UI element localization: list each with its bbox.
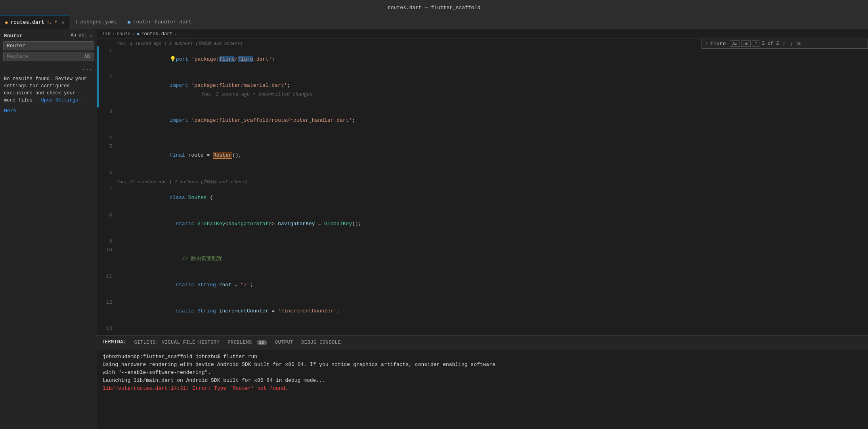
breadcrumb-dots: ... <box>179 31 187 37</box>
tabs-row: ◆ routes.dart 3, M ✕ ! pubspec.yaml ◆ ro… <box>0 15 868 29</box>
find-count: 2 of 2 <box>762 41 779 46</box>
tab-label: pubspec.yaml <box>80 19 118 25</box>
problems-badge: 19 <box>257 340 267 345</box>
find-prev-btn[interactable]: ↑ <box>782 40 787 47</box>
sidebar-no-results: No results found. Review your settings f… <box>0 74 97 107</box>
sidebar-icons: Aa ab| ☆ <box>71 33 93 39</box>
breadcrumb: lib › route › ◆ routes.dart › ... <box>97 29 868 39</box>
terminal-line-2: Using hardware rendering with device And… <box>103 361 862 369</box>
terminal-line-5: lib/route/routes.dart:14:31: Error: Type… <box>103 385 862 393</box>
tab-problems[interactable]: PROBLEMS 19 <box>228 340 267 346</box>
tab-close-icon[interactable]: ✕ <box>61 19 65 26</box>
find-options: Aa ab .* <box>730 40 759 47</box>
terminal[interactable]: johnzhudembp:flutter_scaffold johnzhu$ f… <box>97 350 868 429</box>
find-match-case-btn[interactable]: Aa <box>730 40 740 47</box>
find-match-word-btn[interactable]: ab <box>741 40 751 47</box>
blame-line7: You, 31 minutes ago | 2 authors (郑斌斌 and… <box>97 177 868 185</box>
line-content-8: static GlobalKey<NavigatorState> navigat… <box>119 211 868 237</box>
title-bar: routes.dart — flutter_scaffold <box>0 0 868 15</box>
find-chevron[interactable]: › <box>705 41 708 46</box>
line-num-8: 8 <box>99 211 119 237</box>
line-num-3: 3 <box>99 107 119 134</box>
search-input[interactable] <box>7 43 90 49</box>
line-num-5: 5 <box>99 142 119 169</box>
terminal-line-3: with "--enable-software-rendering". <box>103 369 862 377</box>
tab-dart-icon2: ◆ <box>127 19 130 25</box>
line-content-10: // 路由页面配置 <box>119 246 868 272</box>
code-line-3: 3 import 'package:flutter_scaffold/route… <box>97 107 868 134</box>
code-line-1: 1 💡port 'package:fluro/fluro.dart'; <box>97 46 868 73</box>
tab-pubspec[interactable]: ! pubspec.yaml <box>70 15 122 29</box>
star-icon[interactable]: ☆ <box>90 33 93 39</box>
code-line-12: 12 static String incrementCounter = '/in… <box>97 298 868 324</box>
line-content-2: import 'package:flutter/material.dart'; … <box>119 73 868 107</box>
line-num-7: 7 <box>99 185 119 211</box>
sidebar-title: Router <box>4 33 23 39</box>
code-scroll[interactable]: You, 1 second ago | 2 authors (郑斌斌 and o… <box>97 39 868 335</box>
line-num-4: 4 <box>99 134 119 142</box>
tab-debug-console[interactable]: DEBUG CONSOLE <box>301 340 341 346</box>
tab-warning-icon: ! <box>75 19 78 25</box>
sidebar-extra-icons: ... <box>0 64 97 74</box>
find-label: Fluro <box>710 41 726 47</box>
breadcrumb-sep3: › <box>174 31 177 37</box>
breadcrumb-sep2: › <box>132 31 135 37</box>
line-num-9: 9 <box>99 237 119 246</box>
code-line-14: 14 static void configureRoutes(Router ro… <box>97 333 868 335</box>
find-regex-btn[interactable]: .* <box>752 40 759 47</box>
tab-terminal[interactable]: TERMINAL <box>102 339 126 346</box>
line-num-12: 12 <box>99 298 119 324</box>
search-hit-1: Router <box>213 152 232 159</box>
match-case-icon[interactable]: Aa <box>71 33 76 39</box>
terminal-line-4: Launching lib/main.dart on Android SDK b… <box>103 377 862 385</box>
tab-label: routes.dart <box>10 19 44 25</box>
tab-router-handler[interactable]: ◆ router_handler.dart <box>122 15 197 29</box>
code-line-13: 13 <box>97 324 868 333</box>
window-title: routes.dart — flutter_scaffold <box>388 5 480 11</box>
line-content-4 <box>119 134 868 142</box>
code-line-7: 7 class Routes { <box>97 185 868 211</box>
code-line-2: 2 import 'package:flutter/material.dart'… <box>97 73 868 107</box>
line-content-11: static String root = "/"; <box>119 272 868 298</box>
tab-routes[interactable]: ◆ routes.dart 3, M ✕ <box>0 15 70 29</box>
line-num-10: 10 <box>99 246 119 272</box>
line-content-12: static String incrementCounter = '/incre… <box>119 298 868 324</box>
tab-badge: 3, M <box>47 20 57 25</box>
panel-tabs: TERMINAL GITLENS: VISUAL FILE HISTORY PR… <box>97 335 868 350</box>
find-next-btn[interactable]: ↓ <box>789 40 794 47</box>
code-line-11: 11 static String root = "/"; <box>97 272 868 298</box>
find-close-btn[interactable]: ✕ <box>797 40 801 47</box>
replace-input[interactable] <box>7 54 82 59</box>
code-line-4: 4 <box>97 134 868 142</box>
tab-gitlens[interactable]: GITLENS: VISUAL FILE HISTORY <box>134 340 220 346</box>
breadcrumb-sep1: › <box>112 31 115 37</box>
tab-dart-icon: ◆ <box>5 19 8 26</box>
breadcrumb-route: route <box>117 31 131 37</box>
search-box[interactable] <box>3 41 94 50</box>
bulb-icon[interactable]: 💡 <box>170 56 176 62</box>
breadcrumb-file: routes.dart <box>141 31 172 37</box>
sidebar-more-link[interactable]: More <box>0 107 97 117</box>
code-line-10: 10 // 路由页面配置 <box>97 246 868 272</box>
code-lines-2: 7 class Routes { 8 static GlobalKey<Navi… <box>97 185 868 335</box>
line-content-6 <box>119 169 868 177</box>
line-num-1: 1 <box>99 46 119 73</box>
line-content-1: 💡port 'package:fluro/fluro.dart'; <box>119 46 868 73</box>
terminal-line-1: johnzhudembp:flutter_scaffold johnzhu$ f… <box>103 353 862 361</box>
replace-box[interactable]: AB <box>3 52 94 61</box>
code-line-6: 6 <box>97 169 868 177</box>
line-num-13: 13 <box>99 324 119 333</box>
line-content-9 <box>119 237 868 246</box>
code-lines: 1 💡port 'package:fluro/fluro.dart'; 2 im… <box>97 46 868 177</box>
breadcrumb-dart-icon: ◆ <box>137 31 140 37</box>
match-word-icon[interactable]: ab| <box>79 33 88 39</box>
line-num-2: 2 <box>99 73 119 107</box>
replace-options-icon: AB <box>84 54 90 59</box>
sidebar-search-header: Router Aa ab| ☆ <box>0 29 97 41</box>
line-content-14: static void configureRoutes(Router route… <box>119 333 868 335</box>
open-settings-link[interactable]: Open Settings <box>41 98 78 103</box>
tab-label: router_handler.dart <box>133 19 192 25</box>
uncommitted-note: You, 1 second ago • Uncommitted changes <box>201 92 313 97</box>
tab-output[interactable]: OUTPUT <box>275 340 293 346</box>
ellipsis-icon[interactable]: ... <box>81 65 93 72</box>
